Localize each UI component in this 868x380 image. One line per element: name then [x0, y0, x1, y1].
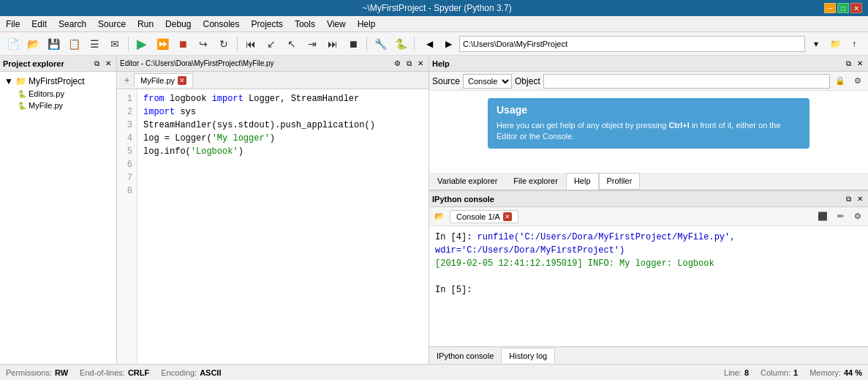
memory-value: 44 % [844, 368, 862, 377]
object-input[interactable] [543, 74, 830, 89]
help-close-button[interactable]: ✕ [855, 59, 865, 69]
new-console-button[interactable]: 📂 [432, 209, 447, 224]
status-permissions: Permissions: RW [6, 368, 68, 377]
undock-button[interactable]: ⧉ [91, 59, 102, 69]
tab-variable-explorer[interactable]: Variable explorer [429, 173, 505, 190]
project-tree: ▼ 📁 MyFirstProject 🐍 Editors.py 🐍 MyFile… [0, 72, 116, 364]
menu-help[interactable]: Help [352, 18, 382, 31]
editor-undock-button[interactable]: ⧉ [404, 59, 414, 69]
titlebar-controls: ─ □ ✕ [824, 3, 862, 13]
address-dropdown-button[interactable]: ▾ [808, 36, 824, 52]
code-line-2: import sys [143, 105, 423, 119]
stop-button[interactable]: ⏹ [173, 34, 192, 53]
save-file-button[interactable]: 💾 [44, 34, 63, 53]
console-line-2: [2019-02-05 12:41:12.195019] INFO: My lo… [435, 257, 862, 270]
console-line-1: In [4]: runfile('C:/Users/Dora/MyFirstPr… [435, 231, 862, 257]
debug-start-button[interactable]: ⏮ [241, 34, 260, 53]
tree-item-editors[interactable]: 🐍 Editors.py [3, 88, 113, 100]
console-tab-close[interactable]: ✕ [503, 212, 512, 221]
tools-button[interactable]: 🔧 [371, 34, 390, 53]
menu-projects[interactable]: Projects [246, 18, 289, 31]
console-settings-button[interactable]: ⚙ [850, 209, 865, 224]
right-panel: Help ⧉ ✕ Source Console Object 🔒 ⚙ Usage [429, 56, 868, 364]
console-panel: IPython console ⧉ ✕ 📂 Console 1/A ✕ ⬛ ✏ … [429, 191, 868, 364]
titlebar: ~\MyFirstProject - Spyder (Python 3.7) ─… [0, 0, 868, 16]
console-undock-button[interactable]: ⧉ [843, 194, 853, 204]
eol-value: CRLF [128, 368, 149, 377]
bottom-tab-ipython[interactable]: IPython console [429, 349, 501, 363]
console-result-1: [2019-02-05 12:41:12.195019] INFO: My lo… [435, 258, 714, 269]
console-interrupt-button[interactable]: ⬛ [815, 209, 830, 224]
editor-close-button[interactable]: ✕ [415, 59, 426, 69]
open-file-button[interactable]: 📂 [23, 34, 42, 53]
menu-run[interactable]: Run [132, 18, 159, 31]
code-editor[interactable]: 12345678 from logbook import Logger, Str… [117, 89, 429, 364]
save-all-button[interactable]: 📋 [64, 34, 83, 53]
nav-forward-button[interactable]: ▶ [440, 36, 456, 52]
file-icon-editors: 🐍 [18, 90, 26, 98]
console-tab-label: Console 1/A [456, 212, 500, 221]
step-over-button[interactable]: ⇥ [303, 34, 322, 53]
tab-file-explorer[interactable]: File explorer [505, 173, 566, 190]
python-button[interactable]: 🐍 [391, 34, 410, 53]
tab-close-myfile[interactable]: ✕ [178, 76, 186, 85]
run-button[interactable]: ▶ [132, 34, 151, 53]
file-label-editors: Editors.py [29, 89, 64, 98]
menu-debug[interactable]: Debug [159, 18, 197, 31]
run-config-button[interactable]: ⏩ [153, 34, 172, 53]
tab-profiler[interactable]: Profiler [599, 173, 641, 190]
console-cmd-4: runfile('C:/Users/Dora/MyFirstProject/My… [435, 232, 735, 256]
help-settings-button[interactable]: ⚙ [850, 74, 865, 89]
menu-file[interactable]: File [0, 18, 26, 31]
bottom-tab-history[interactable]: History log [501, 348, 555, 363]
restart-button[interactable]: ↻ [214, 34, 233, 53]
new-tab-button[interactable]: + [120, 73, 134, 88]
separator-1 [128, 37, 129, 51]
nav-up-button[interactable]: ↑ [846, 36, 862, 52]
editor-path: Editor - C:\Users\Dora\MyFirstProject\My… [120, 59, 274, 67]
menu-search[interactable]: Search [53, 18, 92, 31]
memory-label: Memory: [809, 368, 841, 377]
editor-tab-myfile[interactable]: MyFile.py ✕ [134, 73, 193, 87]
browse-folder-button[interactable]: 📁 [827, 36, 843, 52]
console-edit-button[interactable]: ✏ [833, 209, 848, 224]
tree-root-item[interactable]: ▼ 📁 MyFirstProject [3, 75, 113, 88]
help-lock-button[interactable]: 🔒 [833, 74, 848, 89]
menubar: File Edit Search Source Run Debug Consol… [0, 16, 868, 32]
console-close-button[interactable]: ✕ [855, 194, 865, 204]
minimize-button[interactable]: ─ [824, 3, 836, 13]
status-encoding: Encoding: ASCII [161, 368, 221, 377]
maximize-button[interactable]: □ [837, 3, 849, 13]
toolbar: 📄 📂 💾 📋 ☰ ✉ ▶ ⏩ ⏹ ↪ ↻ ⏮ ↙ ↖ ⇥ ⏭ ⏹ 🔧 🐍 ◀ … [0, 32, 868, 56]
editor-settings-button[interactable]: ⚙ [392, 59, 402, 69]
line-label: Line: [724, 368, 741, 377]
console-tab-1[interactable]: Console 1/A ✕ [450, 210, 518, 223]
stop-debug-button[interactable]: ⏹ [344, 34, 363, 53]
step-out-button[interactable]: ↖ [282, 34, 301, 53]
email-button[interactable]: ✉ [105, 34, 124, 53]
console-content[interactable]: In [4]: runfile('C:/Users/Dora/MyFirstPr… [429, 226, 868, 346]
tree-item-myfile[interactable]: 🐍 MyFile.py [3, 100, 113, 111]
menu-edit[interactable]: Edit [26, 18, 53, 31]
browse-tabs-button[interactable]: ☰ [85, 34, 104, 53]
editor-header: Editor - C:\Users\Dora\MyFirstProject\My… [117, 56, 429, 72]
help-undock-button[interactable]: ⧉ [843, 59, 853, 69]
close-button[interactable]: ✕ [850, 3, 862, 13]
tab-help[interactable]: Help [566, 173, 599, 190]
debug-next-button[interactable]: ↪ [194, 34, 213, 53]
menu-source[interactable]: Source [92, 18, 132, 31]
close-panel-button[interactable]: ✕ [103, 59, 113, 69]
code-content[interactable]: from logbook import Logger, StreamHandle… [137, 89, 429, 364]
step-in-button[interactable]: ↙ [262, 34, 281, 53]
menu-consoles[interactable]: Consoles [197, 18, 245, 31]
editor-panel: Editor - C:\Users\Dora\MyFirstProject\My… [117, 56, 429, 364]
code-line-4: log = Logger('My logger') [143, 132, 423, 145]
menu-tools[interactable]: Tools [289, 18, 321, 31]
new-file-button[interactable]: 📄 [3, 34, 22, 53]
continue-button[interactable]: ⏭ [323, 34, 342, 53]
nav-back-button[interactable]: ◀ [421, 36, 437, 52]
source-select[interactable]: Console [463, 74, 512, 89]
menu-view[interactable]: View [321, 18, 352, 31]
encoding-value: ASCII [200, 368, 221, 377]
address-input[interactable] [459, 36, 805, 52]
